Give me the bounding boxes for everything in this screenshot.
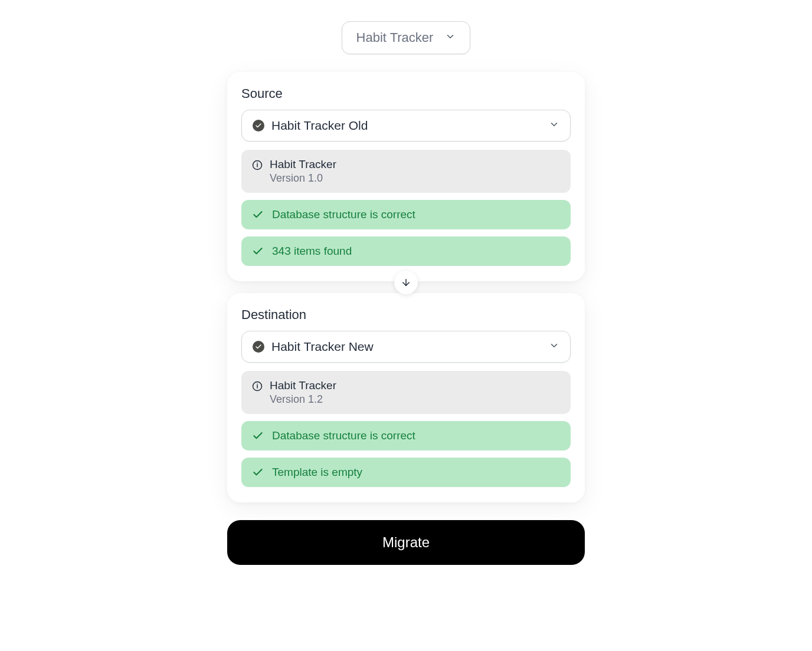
destination-status-empty-text: Template is empty [272, 466, 362, 479]
source-status-items: 343 items found [241, 236, 571, 266]
source-status-items-text: 343 items found [272, 245, 352, 258]
chevron-down-icon [549, 340, 559, 353]
source-database-selector[interactable]: Habit Tracker Old [241, 110, 571, 142]
destination-status-structure-text: Database structure is correct [272, 429, 415, 442]
source-status-structure-text: Database structure is correct [272, 208, 415, 221]
check-icon [252, 466, 264, 478]
arrow-divider [394, 271, 418, 294]
source-info-name: Habit Tracker [270, 158, 336, 171]
source-status-structure: Database structure is correct [241, 200, 571, 229]
destination-status-structure: Database structure is correct [241, 421, 571, 451]
check-icon [252, 209, 264, 221]
source-info-box: Habit Tracker Version 1.0 [241, 150, 571, 193]
check-icon [252, 245, 264, 257]
template-selector[interactable]: Habit Tracker [342, 21, 471, 54]
info-icon [252, 381, 263, 392]
migrate-button[interactable]: Migrate [227, 520, 585, 565]
destination-database-selector[interactable]: Habit Tracker New [241, 331, 571, 363]
destination-database-label: Habit Tracker New [271, 340, 374, 354]
destination-card: Destination Habit Tracker New Habit Trac… [227, 293, 585, 502]
source-info-version: Version 1.0 [270, 172, 336, 185]
check-icon [252, 430, 264, 442]
destination-info-box: Habit Tracker Version 1.2 [241, 371, 571, 414]
check-circle-icon [253, 120, 264, 131]
destination-title: Destination [241, 307, 571, 323]
info-icon [252, 160, 263, 170]
template-selector-label: Habit Tracker [356, 30, 434, 45]
source-title: Source [241, 86, 571, 101]
chevron-down-icon [549, 119, 559, 132]
destination-info-name: Habit Tracker [270, 379, 336, 392]
destination-status-empty: Template is empty [241, 458, 571, 487]
source-card: Source Habit Tracker Old Habit Tracker V… [227, 72, 585, 281]
destination-info-version: Version 1.2 [270, 393, 336, 406]
source-database-label: Habit Tracker Old [271, 119, 368, 133]
check-circle-icon [253, 341, 264, 353]
chevron-down-icon [445, 31, 456, 44]
